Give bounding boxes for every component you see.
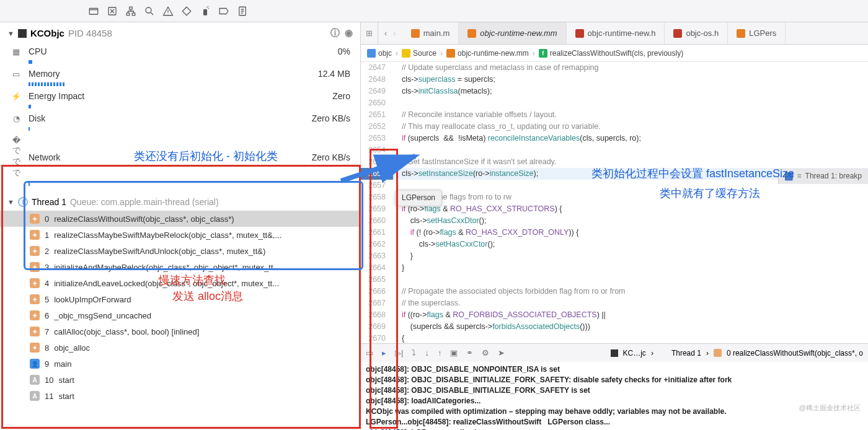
stack-frame[interactable]: ✦0realizeClassWithoutSwift(objc_class*, … (0, 211, 360, 227)
app-icon (611, 349, 618, 357)
editor-tab[interactable]: main.m (402, 22, 459, 44)
location-icon[interactable]: ➤ (498, 348, 505, 358)
stack-frame[interactable]: 👤9main (0, 356, 360, 372)
network-icon: �ででで (10, 136, 22, 178)
code-line[interactable]: 2662 cls->setHasCxxCtor(); (361, 239, 868, 250)
code-line[interactable]: 2655 // Set fastInstanceSize if it wasn'… (361, 156, 868, 168)
file-icon (446, 49, 455, 58)
editor-tab[interactable]: LGPers (728, 22, 786, 44)
disclosure-icon[interactable]: ▼ (7, 198, 14, 206)
toggle-panel-icon[interactable]: ▭ (366, 348, 373, 358)
stack-frame[interactable]: A10start (0, 372, 360, 388)
search-icon[interactable] (144, 6, 155, 17)
metric-disk[interactable]: ◔DiskZero KB/s (5, 111, 355, 126)
code-editor[interactable]: ≡ Thread 1: breakp LGPerson 2647 // Upda… (361, 62, 868, 343)
svg-point-5 (146, 7, 151, 13)
nav-forward-icon[interactable]: › (393, 29, 396, 38)
stack-frame[interactable]: ✦4initializeAndLeaveLocked(objc_class*, … (0, 275, 360, 291)
code-line[interactable]: 2660 cls->setHasCxxDtor(); (361, 215, 868, 227)
options-icon[interactable]: ◉ (345, 27, 353, 39)
frame-icon: A (30, 375, 40, 385)
stack-frame[interactable]: ✦1realizeClassMaybeSwiftMaybeRelock(objc… (0, 227, 360, 243)
warning-icon[interactable] (162, 6, 174, 17)
frame-icon: ✦ (30, 230, 40, 240)
disclosure-icon[interactable]: ▼ (7, 30, 14, 37)
svg-point-8 (208, 7, 210, 9)
frame-icon: ✦ (30, 214, 40, 224)
code-line[interactable]: 2649 cls->initClassIsa(metacls); (361, 86, 868, 97)
stack-frame[interactable]: ✦5lookUpImpOrForward (0, 291, 360, 307)
tag-icon[interactable] (218, 6, 229, 17)
breakpoint-toggle-icon[interactable]: ▸ (382, 348, 386, 358)
code-line[interactable]: 2651 // Reconcile instance variable offs… (361, 109, 868, 121)
code-line[interactable]: 2667 // the superclass. (361, 297, 868, 309)
svg-point-9 (208, 6, 209, 7)
spray-icon[interactable] (200, 6, 211, 17)
svg-rect-0 (89, 8, 98, 14)
filetype-icon (575, 29, 584, 38)
code-line[interactable]: 2654 (361, 144, 868, 156)
layout-grid-icon[interactable]: ⊞ (361, 22, 378, 44)
thread-queue: Queue: com.apple.main-thread (serial) (70, 197, 219, 207)
frame-icon: ✦ (30, 278, 40, 288)
code-line[interactable]: 2650 (361, 97, 868, 109)
folder-icon[interactable] (88, 6, 99, 17)
thread-header[interactable]: ▼ Thread 1 Queue: com.apple.main-thread … (0, 193, 360, 211)
nav-back-icon[interactable]: ‹ (384, 29, 387, 38)
app-icon (18, 29, 27, 38)
metrics-list: ▦CPU0% ▭Memory12.4 MB ⚡Energy ImpactZero… (0, 44, 360, 188)
svg-point-7 (206, 7, 208, 8)
debug-console[interactable]: objc[48458]: OBJC_DISABLE_NONPOINTER_ISA… (361, 362, 868, 430)
svg-rect-3 (126, 13, 130, 15)
process-header[interactable]: ▼ KCObjc PID 48458 ⓘ ◉ (0, 22, 360, 44)
energy-icon: ⚡ (10, 92, 22, 101)
debug-navigator: ▼ KCObjc PID 48458 ⓘ ◉ ▦CPU0% ▭Memory12.… (0, 22, 361, 430)
close-brackets-icon[interactable] (107, 6, 118, 17)
memory-graph-icon[interactable]: ⚭ (466, 348, 473, 358)
editor-tab[interactable]: objc-os.h (665, 22, 728, 44)
debug-bar: ▭ ▸ ▷| ⤵ ↓ ↑ ▣ ⚭ ⚙ ➤ KC…jc › Thread 1 › … (361, 343, 868, 362)
step-into-icon[interactable]: ↓ (425, 348, 429, 358)
code-line[interactable]: 2661 if (! (ro->flags & RO_HAS_CXX_DTOR_… (361, 227, 868, 239)
step-out-icon[interactable]: ↑ (438, 348, 442, 358)
info-icon[interactable]: ⓘ (330, 27, 340, 39)
metric-cpu[interactable]: ▦CPU0% (5, 44, 355, 59)
code-line[interactable]: 2653 if (supercls && !isMeta) reconcileI… (361, 133, 868, 144)
code-line[interactable]: 2666 // Propagate the associated objects… (361, 286, 868, 297)
list-icon: ≡ (797, 170, 802, 182)
metric-memory[interactable]: ▭Memory12.4 MB (5, 66, 355, 81)
stack-frame[interactable]: ✦8objc_alloc (0, 340, 360, 356)
environment-icon[interactable]: ⚙ (482, 348, 489, 358)
frame-icon: ✦ (30, 343, 40, 353)
metric-energy[interactable]: ⚡Energy ImpactZero (5, 89, 355, 103)
continue-icon[interactable]: ▷| (395, 348, 403, 358)
breadcrumb[interactable]: objc› Source› objc-runtime-new.mm› freal… (361, 45, 868, 62)
stack-frame[interactable]: ✦3initializeAndMaybeRelock(objc_class*, … (0, 259, 360, 275)
step-over-icon[interactable]: ⤵ (412, 348, 416, 358)
breakpoint-indicator[interactable]: ≡ Thread 1: breakp (778, 169, 868, 184)
code-line[interactable]: 2668 if ((ro->flags & RO_FORBIDS_ASSOCIA… (361, 309, 868, 321)
folder-icon (402, 49, 410, 58)
code-line[interactable]: 2652 // This may reallocate class_ro_t, … (361, 121, 868, 133)
editor-tab[interactable]: objc-runtime-new.h (567, 22, 665, 44)
hierarchy-icon[interactable] (125, 6, 136, 17)
stack-frame[interactable]: ✦6_objc_msgSend_uncached (0, 307, 360, 323)
stack-frame[interactable]: A11start (0, 388, 360, 404)
code-line[interactable]: 2648 cls->superclass = supercls; (361, 74, 868, 86)
code-line[interactable]: 2663 } (361, 250, 868, 262)
code-line[interactable]: 2647 // Update superclass and metaclass … (361, 62, 868, 74)
code-line[interactable]: 2665 (361, 274, 868, 286)
notes-icon[interactable] (237, 6, 248, 17)
metric-network[interactable]: �でででNetworkZero KB/s (5, 133, 355, 181)
view-debug-icon[interactable]: ▣ (450, 348, 458, 358)
code-line[interactable]: 2664 } (361, 262, 868, 274)
stack-frame[interactable]: ✦2realizeClassMaybeSwiftAndUnlock(objc_c… (0, 243, 360, 259)
editor-tab[interactable]: objc-runtime-new.mm (459, 22, 566, 44)
filetype-icon (737, 29, 745, 38)
cpu-icon: ▦ (10, 47, 22, 56)
stack-frame[interactable]: ✦7callAlloc(objc_class*, bool, bool) [in… (0, 323, 360, 340)
code-line[interactable]: 2670 { (361, 333, 868, 343)
code-line[interactable]: 2669 (supercls && supercls->forbidsAssoc… (361, 321, 868, 333)
diamond-icon[interactable] (181, 6, 192, 17)
editor-tabs: ⊞ ‹ › main.mobjc-runtime-new.mmobjc-runt… (361, 22, 868, 45)
